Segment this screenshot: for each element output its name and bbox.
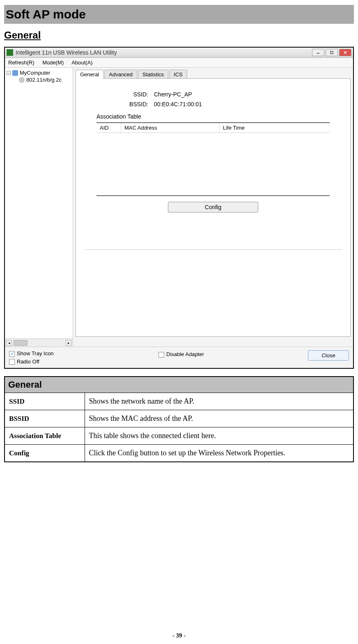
- window-title: Intelligent 11n USB Wireless LAN Utility: [16, 49, 312, 56]
- page-title: Soft AP mode: [6, 7, 352, 21]
- window-bottom-bar: ✓Show Tray Icon Radio Off Disable Adapte…: [5, 347, 353, 368]
- svg-rect-1: [330, 51, 333, 54]
- description-header-cell: General: [5, 377, 353, 393]
- page-title-bar: Soft AP mode: [4, 5, 354, 24]
- window-menubar: Refresh(R) Mode(M) About(A): [5, 58, 353, 68]
- tab-statistics[interactable]: Statistics: [138, 70, 168, 79]
- col-aid[interactable]: AID: [96, 123, 121, 132]
- term-cell: Config: [5, 445, 85, 462]
- tree-root-label: MyComputer: [20, 70, 50, 76]
- device-tree-sidebar: – MyComputer 802.11n/b/g 2c ◂: [5, 68, 73, 347]
- maximize-button[interactable]: [326, 49, 338, 56]
- radio-off-checkbox[interactable]: Radio Off: [9, 359, 158, 365]
- table-row: Association Table This table shows the c…: [5, 427, 353, 445]
- association-table-label: Association Table: [96, 113, 342, 120]
- association-table-header: AID MAC Address Life Time: [96, 123, 330, 133]
- tree-adapter-label: 802.11n/b/g 2c: [26, 77, 62, 83]
- def-cell: Shows the MAC address of the AP.: [85, 410, 353, 427]
- wlan-utility-window: Intelligent 11n USB Wireless LAN Utility…: [4, 47, 354, 369]
- tab-panel-general: SSID: Cherry-PC_AP BSSID: 00:E0:4C:71:00…: [76, 78, 351, 337]
- description-table: General SSID Shows the network name of t…: [4, 376, 354, 462]
- panel-separator: [84, 249, 342, 250]
- menu-about[interactable]: About(A): [71, 59, 92, 66]
- page-number: - 39 -: [0, 632, 358, 639]
- checkbox-unchecked-icon: [9, 359, 15, 365]
- show-tray-checkbox[interactable]: ✓Show Tray Icon: [9, 350, 158, 357]
- table-row: Config Click the Config button to set up…: [5, 445, 353, 462]
- computer-icon: [12, 70, 18, 76]
- tree-collapse-icon[interactable]: –: [7, 71, 11, 75]
- sidebar-scrollbar[interactable]: ◂ ▸: [5, 338, 73, 347]
- bssid-label: BSSID:: [84, 101, 154, 107]
- col-mac[interactable]: MAC Address: [121, 123, 220, 132]
- checkbox-checked-icon: ✓: [9, 351, 15, 357]
- scroll-thumb[interactable]: [14, 340, 28, 346]
- def-cell: Shows the network name of the AP.: [85, 393, 353, 410]
- menu-mode[interactable]: Mode(M): [42, 59, 64, 66]
- table-row: BSSID Shows the MAC address of the AP.: [5, 410, 353, 427]
- tab-strip: General Advanced Statistics ICS: [73, 68, 353, 78]
- disable-adapter-checkbox[interactable]: Disable Adapter: [158, 351, 204, 357]
- def-cell: Click the Config button to set up the Wi…: [85, 445, 353, 462]
- window-controls: [312, 49, 351, 56]
- close-app-button[interactable]: Close: [308, 350, 349, 361]
- association-table: AID MAC Address Life Time: [96, 122, 330, 196]
- minimize-button[interactable]: [312, 49, 324, 56]
- term-cell: SSID: [5, 393, 85, 410]
- tree-root-row[interactable]: – MyComputer: [7, 69, 71, 76]
- table-row: SSID Shows the network name of the AP.: [5, 393, 353, 410]
- term-cell: Association Table: [5, 427, 85, 445]
- close-window-button[interactable]: [339, 49, 351, 56]
- config-button[interactable]: Config: [168, 202, 258, 212]
- tab-general[interactable]: General: [76, 70, 103, 79]
- def-cell: This table shows the connected client he…: [85, 427, 353, 445]
- page-subheading: General: [4, 30, 354, 41]
- tree-adapter-row[interactable]: 802.11n/b/g 2c: [7, 76, 71, 83]
- ssid-label: SSID:: [84, 91, 154, 98]
- col-life[interactable]: Life Time: [220, 123, 330, 132]
- scroll-left-icon[interactable]: ◂: [6, 340, 12, 346]
- app-icon: [7, 49, 13, 56]
- scroll-right-icon[interactable]: ▸: [66, 340, 71, 346]
- tab-ics[interactable]: ICS: [169, 70, 187, 79]
- description-table-header: General: [5, 377, 353, 393]
- checkbox-unchecked-icon: [158, 352, 164, 358]
- adapter-icon: [19, 77, 25, 83]
- window-titlebar: Intelligent 11n USB Wireless LAN Utility: [5, 48, 353, 58]
- ssid-value: Cherry-PC_AP: [154, 91, 192, 98]
- tab-advanced[interactable]: Advanced: [104, 70, 137, 79]
- term-cell: BSSID: [5, 410, 85, 427]
- bssid-value: 00:E0:4C:71:00:01: [154, 101, 202, 107]
- menu-refresh[interactable]: Refresh(R): [8, 59, 34, 66]
